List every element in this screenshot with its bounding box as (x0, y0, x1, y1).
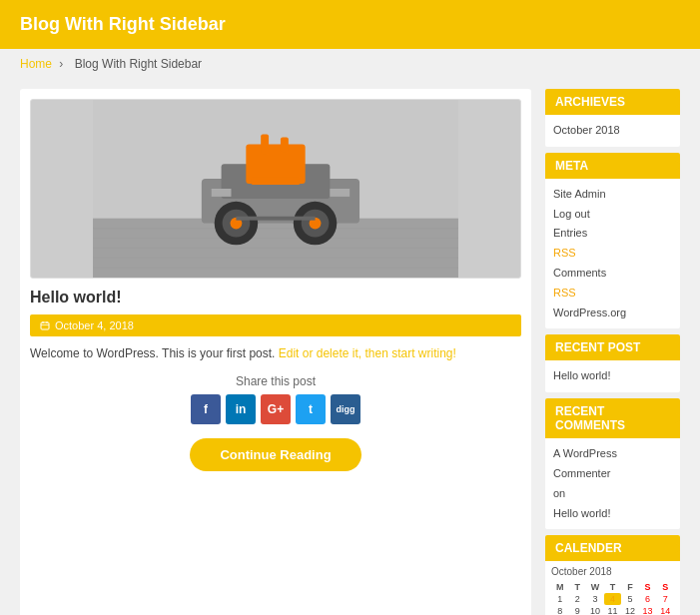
post-title: Hello world! (30, 289, 521, 307)
cal-day: 9 (569, 605, 587, 615)
archives-widget: ARCHIEVES October 2018 (545, 89, 680, 147)
calendar-header-row: M T W T F S S (551, 581, 674, 593)
main-wrapper: Hello world! October 4, 2018 Welcome to … (0, 79, 700, 615)
post-image (30, 99, 521, 279)
recent-post-body: Hello world! (545, 360, 680, 392)
cal-day: 12 (621, 605, 639, 615)
calendar-row: 8 9 10 11 12 13 14 (551, 605, 674, 615)
meta-wordpress-org[interactable]: WordPress.org (553, 304, 672, 323)
cal-day: 7 (656, 593, 674, 605)
recent-comments-widget: RECENT COMMENTS A WordPress Commenter on… (545, 398, 680, 529)
cal-th-m: M (551, 581, 569, 593)
recent-comments-body: A WordPress Commenter on Hello world! (545, 438, 680, 529)
archives-body: October 2018 (545, 115, 680, 147)
share-label: Share this post (30, 374, 521, 388)
commented-post-link[interactable]: Hello world! (553, 504, 672, 524)
continue-reading-button[interactable]: Continue Reading (190, 438, 360, 471)
cal-th-w: W (586, 581, 604, 593)
recent-comment-author: A WordPress Commenter on Hello world! (553, 444, 672, 523)
cal-th-s2: S (656, 581, 674, 593)
sidebar: ARCHIEVES October 2018 META Site Admin L… (545, 89, 680, 615)
svg-rect-10 (261, 135, 269, 155)
meta-body: Site Admin Log out Entries RSS Comments … (545, 179, 680, 329)
calendar-title: CALENDER (545, 535, 680, 561)
svg-rect-20 (330, 189, 350, 197)
meta-log-out[interactable]: Log out (553, 205, 672, 225)
commenter-link[interactable]: A WordPress Commenter (553, 444, 672, 484)
cal-day: 5 (621, 593, 639, 605)
share-icons: f in G+ t digg (30, 394, 521, 424)
cal-th-f: F (621, 581, 639, 593)
cal-day: 11 (604, 605, 622, 615)
svg-rect-18 (236, 217, 315, 221)
cal-day: 6 (639, 593, 657, 605)
archives-title: ARCHIEVES (545, 89, 680, 115)
page-header: Blog With Right Sidebar (0, 0, 700, 49)
cal-day: 2 (569, 593, 587, 605)
meta-widget: META Site Admin Log out Entries RSS Comm… (545, 153, 680, 329)
breadcrumb: Home › Blog With Right Sidebar (0, 49, 700, 79)
cal-th-t2: T (604, 581, 622, 593)
breadcrumb-home[interactable]: Home (20, 57, 52, 71)
svg-rect-21 (251, 177, 300, 185)
calendar-body: October 2018 M T W T F S S (545, 561, 680, 615)
share-linkedin[interactable]: in (226, 394, 256, 424)
svg-rect-22 (41, 322, 49, 329)
cal-day: 3 (586, 593, 604, 605)
page-title: Blog With Right Sidebar (20, 14, 226, 34)
cal-day: 8 (551, 605, 569, 615)
cal-th-s1: S (639, 581, 657, 593)
post-excerpt: Welcome to WordPress. This is your first… (30, 344, 521, 362)
calendar-widget: CALENDER October 2018 M T W T F S S (545, 535, 680, 615)
post-date: October 4, 2018 (55, 319, 134, 331)
share-googleplus[interactable]: G+ (261, 394, 291, 424)
post-date-bar: October 4, 2018 (30, 314, 521, 336)
share-digg[interactable]: digg (331, 394, 360, 424)
breadcrumb-separator: › (59, 57, 63, 71)
share-twitter[interactable]: t (296, 394, 326, 424)
calendar-icon (40, 320, 50, 330)
cal-day-today: 4 (604, 593, 622, 605)
content-area: Hello world! October 4, 2018 Welcome to … (20, 89, 531, 615)
recent-post-item[interactable]: Hello world! (553, 366, 672, 386)
svg-rect-11 (281, 138, 289, 153)
meta-site-admin[interactable]: Site Admin (553, 185, 672, 205)
cal-th-t1: T (569, 581, 587, 593)
meta-entries-rss[interactable]: Entries RSS (553, 224, 672, 264)
cal-day: 13 (639, 605, 657, 615)
breadcrumb-current: Blog With Right Sidebar (75, 57, 202, 71)
calendar-row: 1 2 3 4 5 6 7 (551, 593, 674, 605)
recent-post-title: RECENT POST (545, 334, 680, 360)
cal-day: 14 (656, 605, 674, 615)
cal-day: 1 (551, 593, 569, 605)
meta-comments-rss[interactable]: Comments RSS (553, 264, 672, 304)
post-excerpt-link[interactable]: Edit or delete it, then start writing! (279, 346, 456, 360)
recent-post-widget: RECENT POST Hello world! (545, 334, 680, 392)
archives-item[interactable]: October 2018 (553, 121, 672, 141)
share-facebook[interactable]: f (191, 394, 221, 424)
calendar-month: October 2018 (551, 566, 674, 577)
svg-rect-19 (212, 189, 232, 197)
meta-title: META (545, 153, 680, 179)
calendar-table: M T W T F S S 1 2 3 (551, 581, 674, 615)
recent-comments-title: RECENT COMMENTS (545, 398, 680, 438)
cal-day: 10 (586, 605, 604, 615)
